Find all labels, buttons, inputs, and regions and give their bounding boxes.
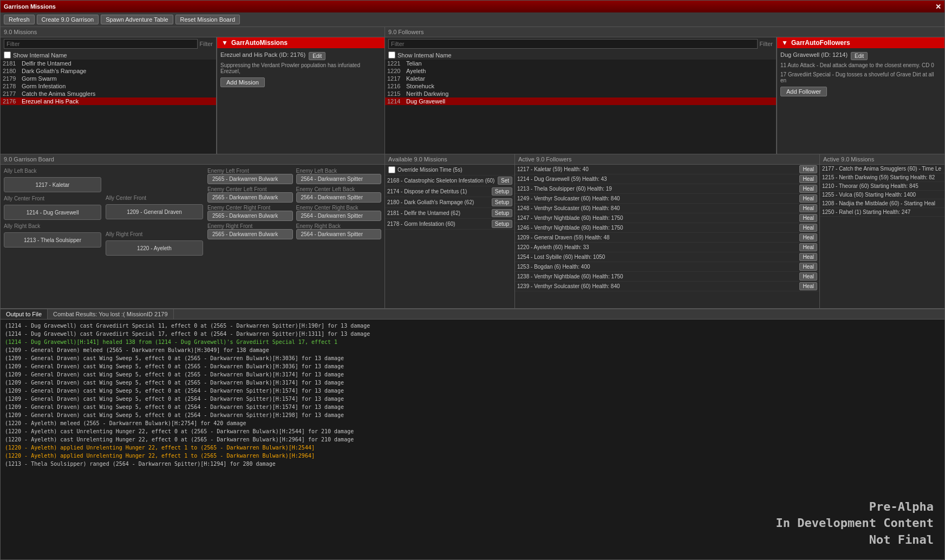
auto-missions-arrow: ▼ (221, 39, 228, 47)
available-mission-item: 2178 - Gorm Infestation (60)Setup (385, 219, 514, 230)
ally-right-back-slot[interactable]: 1213 - Thela Soulsipper (4, 232, 101, 248)
enemy-center-right-front-slot[interactable]: 2565 - Darkwarren Bulwark (207, 211, 293, 221)
main-window: Garrison Missions ✕ Refresh Create 9.0 G… (0, 0, 945, 560)
add-mission-button[interactable]: Add Mission (220, 77, 265, 87)
available-missions-list: 2168 - Catastrophic Skeleton Infestation… (385, 175, 514, 308)
refresh-button[interactable]: Refresh (4, 15, 35, 24)
heal-button[interactable]: Heal (799, 204, 817, 212)
log-line: (1220 - Ayeleth) applied Unrelenting Hun… (5, 452, 940, 460)
edit-mission-button[interactable]: Edit (309, 52, 325, 60)
override-time-checkbox[interactable] (388, 166, 395, 173)
mission-setup-button[interactable]: Setup (492, 187, 512, 196)
log-line: (1209 - General Draven) cast Wing Sweep … (5, 362, 940, 370)
log-line: (1209 - General Draven) cast Wing Sweep … (5, 370, 940, 379)
followers-show-internal-checkbox[interactable] (388, 51, 395, 58)
missions-filter-input[interactable] (4, 39, 198, 49)
mission-list-item[interactable]: 2179Gorm Swarm (1, 75, 216, 82)
filter-label: Filter (200, 41, 213, 47)
log-line: (1220 - Ayeleth) cast Unrelenting Hunger… (5, 435, 940, 444)
follower-list-item[interactable]: 1215Nerith Darkwing (385, 90, 776, 97)
heal-button[interactable]: Heal (799, 165, 817, 173)
create-garrison-button[interactable]: Create 9.0 Garrison (37, 15, 99, 24)
ally-left-front-slot[interactable]: 1214 - Dug Gravewell (4, 205, 101, 220)
ally-center-front-slot[interactable]: 1209 - General Draven (106, 204, 203, 219)
add-follower-button[interactable]: Add Follower (780, 87, 827, 96)
mission-setup-button[interactable]: Setup (492, 220, 512, 228)
output-tab[interactable]: Output to File (1, 309, 48, 319)
follower-list-item[interactable]: 1214Dug Gravewell (385, 97, 776, 105)
auto-followers-content: Dug Gravewell (ID: 1214) Edit 11 Auto At… (777, 48, 944, 154)
active-follower-info: 1248 - Venthyr Soulcaster (60) Health: 8… (517, 205, 797, 211)
log-line: (1209 - General Draven) cast Wing Sweep … (5, 379, 940, 387)
auto-missions-panel: ▼ GarrAutoMissions Erezuel and His Pack … (217, 37, 384, 154)
active-follower-item: 1213 - Thela Soulsipper (60) Health: 19H… (515, 184, 819, 194)
mission-setup-button[interactable]: Set (498, 177, 512, 185)
heal-button[interactable]: Heal (799, 224, 817, 232)
enemy-left-front-slot[interactable]: 2565 - Darkwarren Bulwark (207, 174, 293, 184)
heal-button[interactable]: Heal (799, 214, 817, 222)
edit-follower-button[interactable]: Edit (851, 52, 868, 60)
mission-list-item[interactable]: 2176Erezuel and His Pack (1, 97, 216, 105)
ally-right-front-slot[interactable]: 1220 - Ayeleth (106, 240, 203, 256)
available-mission-info: 2178 - Gorm Infestation (60) (387, 221, 492, 227)
selected-follower-name: Dug Gravewell (ID: 1214) (780, 51, 848, 58)
output-tabs: Output to FileCombat Results: You lost :… (1, 309, 944, 320)
heal-button[interactable]: Heal (799, 272, 817, 281)
heal-button[interactable]: Heal (799, 185, 817, 193)
active-missions-list: 2177 - Catch the Anima Smugglers (60) - … (820, 165, 944, 308)
show-internal-label: Show Internal Name (13, 52, 67, 58)
follower-list-item[interactable]: 1220Ayeleth (385, 67, 776, 75)
heal-button[interactable]: Heal (799, 194, 817, 203)
enemy-right-back-slot[interactable]: 2564 - Darkwarren Spitter (296, 229, 382, 239)
auto-missions-content: Erezuel and His Pack (ID: 2176) Edit Sup… (217, 48, 384, 154)
active-follower-item: 1217 - Kaletar (59) Health: 40Heal (515, 165, 819, 174)
spawn-adventure-button[interactable]: Spawn Adventure Table (101, 15, 173, 24)
active-follower-item: 1254 - Lost Sybille (60) Health: 1050Hea… (515, 252, 819, 262)
mission-description: Suppressing the Verdant Prowler populati… (220, 62, 381, 74)
mission-setup-button[interactable]: Setup (492, 198, 512, 206)
active-follower-item: 1238 - Venthyr Nightblade (60) Health: 1… (515, 272, 819, 282)
enemy-left-back-label: Enemy Left Back (296, 168, 382, 174)
active-follower-info: 1253 - Bogdan (6) Health: 400 (517, 264, 797, 270)
reset-mission-button[interactable]: Reset Mission Board (175, 15, 240, 24)
heal-button[interactable]: Heal (799, 263, 817, 271)
output-tab[interactable]: Combat Results: You lost :( MissionID 21… (48, 309, 174, 319)
followers-show-internal-label: Show Internal Name (397, 52, 452, 58)
active-follower-info: 1214 - Dug Gravewell (59) Health: 43 (517, 176, 797, 182)
enemy-center-left-back-label: Enemy Center Left Back (296, 186, 382, 192)
enemy-right-front-slot[interactable]: 2565 - Darkwarren Bulwark (207, 229, 293, 239)
mission-list-item[interactable]: 2181Delfir the Untamed (1, 60, 216, 67)
heal-button[interactable]: Heal (799, 282, 817, 290)
mission-list-item[interactable]: 2177Catch the Anima Smugglers (1, 90, 216, 97)
follower-list-item[interactable]: 1217Kaletar (385, 75, 776, 82)
mission-setup-button[interactable]: Setup (492, 209, 512, 217)
enemy-center-right-back-slot[interactable]: 2564 - Darkwarren Spitter (296, 211, 382, 221)
override-time-label: Override Mission Time (5s) (397, 167, 462, 173)
ally-center-label: Ally Center Front (106, 195, 203, 201)
mission-list-item[interactable]: 2178Gorm Infestation (1, 82, 216, 90)
active-followers-header: Active 9.0 Followers (515, 154, 819, 165)
follower-list-item[interactable]: 1216Stonehuck (385, 82, 776, 90)
enemy-center-left-back-slot[interactable]: 2564 - Darkwarren Spitter (296, 192, 382, 203)
active-follower-item: 1209 - General Draven (59) Health: 48Hea… (515, 233, 819, 243)
enemy-center-left-front-label: Enemy Center Left Front (207, 186, 293, 192)
ally-right-front-label: Ally Right Front (106, 231, 203, 237)
log-line: (1214 - Dug Gravewell)[H:141] healed 138… (5, 338, 940, 346)
follower-list-item[interactable]: 1221Telian (385, 60, 776, 67)
show-internal-checkbox[interactable] (4, 51, 11, 58)
close-button[interactable]: ✕ (935, 3, 941, 11)
enemy-center-left-front-slot[interactable]: 2565 - Darkwarren Bulwark (207, 192, 293, 203)
window-title: Garrison Missions (4, 3, 56, 10)
enemy-left-back-slot[interactable]: 2564 - Darkwarren Spitter (296, 174, 382, 184)
ally-left-back-slot[interactable]: 1217 - Kaletar (4, 177, 101, 192)
mission-list-item[interactable]: 2180Dark Goliath's Rampage (1, 67, 216, 75)
followers-filter-label: Filter (760, 41, 773, 47)
active-follower-item: 1239 - Venthyr Soulcaster (60) Health: 8… (515, 282, 819, 291)
follower-desc2: 17 Gravediirt Special - Dug tosses a sho… (780, 71, 941, 83)
heal-button[interactable]: Heal (799, 233, 817, 242)
active-follower-item: 1246 - Venthyr Nightblade (60) Health: 1… (515, 223, 819, 233)
followers-filter-input[interactable] (388, 39, 758, 49)
heal-button[interactable]: Heal (799, 243, 817, 251)
heal-button[interactable]: Heal (799, 175, 817, 183)
heal-button[interactable]: Heal (799, 253, 817, 261)
